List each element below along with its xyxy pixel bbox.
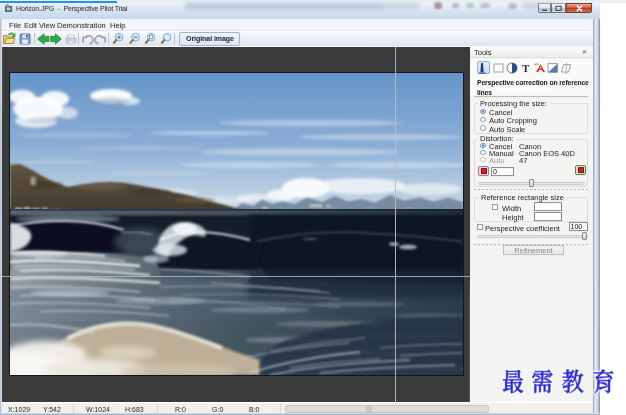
svg-text:T: T: [522, 62, 530, 74]
